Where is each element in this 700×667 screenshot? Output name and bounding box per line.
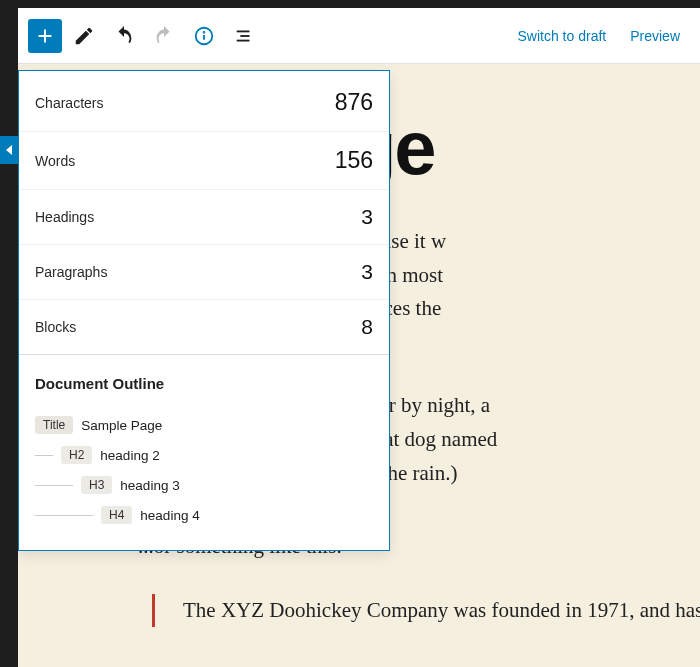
stat-label: Paragraphs: [35, 264, 107, 280]
outline-item-text: heading 4: [140, 508, 199, 523]
stat-label: Characters: [35, 95, 103, 111]
switch-to-draft-link[interactable]: Switch to draft: [508, 20, 617, 52]
edit-mode-button[interactable]: [66, 18, 102, 54]
redo-button: [146, 18, 182, 54]
stat-value: 876: [335, 89, 373, 116]
outline-item-text: heading 2: [100, 448, 159, 463]
outline-level-badge: H4: [101, 506, 132, 524]
stat-label: Headings: [35, 209, 94, 225]
stat-value: 156: [335, 147, 373, 174]
add-block-button[interactable]: [28, 19, 62, 53]
stat-row-words: Words 156: [19, 132, 389, 190]
stat-label: Words: [35, 153, 75, 169]
outline-item-text: Sample Page: [81, 418, 162, 433]
outline-item-h3[interactable]: H3 heading 3: [35, 470, 373, 500]
stat-row-headings: Headings 3: [19, 190, 389, 245]
outline-item-title[interactable]: Title Sample Page: [35, 410, 373, 440]
outline-indent-line: [35, 455, 53, 456]
stat-label: Blocks: [35, 319, 76, 335]
outline-heading: Document Outline: [35, 375, 373, 392]
collapse-sidebar-tab[interactable]: [0, 136, 18, 164]
outline-level-badge: Title: [35, 416, 73, 434]
svg-rect-4: [240, 35, 249, 37]
outline-item-h2[interactable]: H2 heading 2: [35, 440, 373, 470]
svg-rect-3: [237, 30, 250, 32]
stat-value: 3: [361, 260, 373, 284]
undo-button[interactable]: [106, 18, 142, 54]
stat-row-characters: Characters 876: [19, 71, 389, 132]
outline-indent-line: [35, 485, 73, 486]
text-line: The XYZ Doohickey Company was founded in…: [183, 598, 700, 622]
blockquote[interactable]: The XYZ Doohickey Company was founded in…: [152, 594, 700, 628]
details-popover: Characters 876 Words 156 Headings 3 Para…: [18, 70, 390, 551]
outline-button[interactable]: [226, 18, 262, 54]
editor-frame: Switch to draft Preview ple Page fferent…: [18, 8, 700, 667]
outline-level-badge: H3: [81, 476, 112, 494]
stat-row-blocks: Blocks 8: [19, 300, 389, 355]
editor-toolbar: Switch to draft Preview: [18, 8, 700, 64]
outline-item-text: heading 3: [120, 478, 179, 493]
details-button[interactable]: [186, 18, 222, 54]
document-outline-section: Document Outline Title Sample Page H2 he…: [19, 355, 389, 550]
stat-row-paragraphs: Paragraphs 3: [19, 245, 389, 300]
stat-value: 3: [361, 205, 373, 229]
svg-point-2: [204, 31, 205, 32]
preview-link[interactable]: Preview: [620, 20, 690, 52]
outline-indent-line: [35, 515, 93, 516]
svg-rect-5: [237, 39, 250, 41]
outline-item-h4[interactable]: H4 heading 4: [35, 500, 373, 530]
outline-level-badge: H2: [61, 446, 92, 464]
stat-value: 8: [361, 315, 373, 339]
